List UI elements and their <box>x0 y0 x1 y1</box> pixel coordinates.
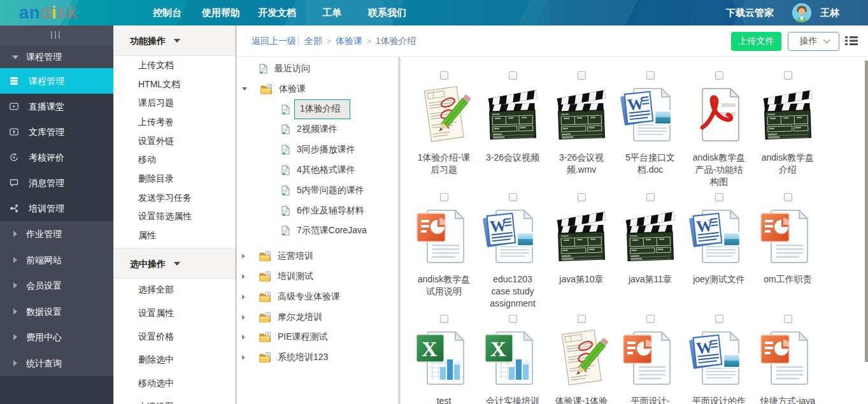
app-logo[interactable]: andisk <box>19 3 78 22</box>
tree-item-11[interactable]: 培训测试 <box>242 267 313 286</box>
download-cloud-agent-link[interactable]: 下载云管家 <box>726 0 774 25</box>
file-checkbox[interactable] <box>509 193 517 201</box>
file-item[interactable]: andisk教学盘介绍 <box>753 71 822 176</box>
file-item[interactable]: java第10章 <box>547 193 616 285</box>
sidebar-group-4[interactable]: 数据设置 <box>0 299 113 325</box>
sidebar-item-6[interactable]: 培训管理 <box>0 196 113 221</box>
file-checkbox[interactable] <box>784 71 792 80</box>
operate-dropdown-button[interactable]: 操作 <box>788 32 839 51</box>
file-checkbox[interactable] <box>578 71 586 80</box>
file-item[interactable]: 3-26会议视频.wmv <box>547 71 616 176</box>
tree-item-7[interactable]: 5内带问题的课件 <box>281 181 364 200</box>
panel-action-移动选中[interactable]: 移动选中 <box>114 372 237 396</box>
file-item[interactable]: Xtest <box>409 315 478 404</box>
file-checkbox[interactable] <box>784 193 792 201</box>
topnav-item-1[interactable]: 控制台 <box>153 0 181 25</box>
sidebar-group-course-mgmt[interactable]: 课程管理 <box>0 46 113 68</box>
sidebar-group-5[interactable]: 费用中心 <box>0 324 113 350</box>
sidebar-item-4[interactable]: 考核评价 <box>0 145 113 170</box>
panel-section-header-2[interactable]: 选中操作 <box>114 248 237 278</box>
sidebar-collapse-toggle[interactable] <box>0 25 113 46</box>
panel-action-发送学习任务[interactable]: 发送学习任务 <box>114 189 237 208</box>
tree-item-6[interactable]: 4其他格式课件 <box>281 161 355 180</box>
tree-item-9[interactable]: 7示范课CoreJava <box>281 221 367 240</box>
file-checkbox[interactable] <box>578 193 586 201</box>
file-checkbox[interactable] <box>440 193 448 201</box>
file-item[interactable]: X会计实操培训 <box>478 315 547 404</box>
tree-item-12[interactable]: 高级专业体验课 <box>242 287 340 307</box>
sidebar-item-3[interactable]: 文库管理 <box>0 119 113 145</box>
file-checkbox[interactable] <box>715 71 723 80</box>
tree-item-2[interactable]: 体验课 <box>242 80 306 99</box>
user-name[interactable]: 王林 <box>820 0 839 25</box>
tree-item-13[interactable]: 摩尔龙培训 <box>242 308 322 327</box>
panel-action-设置筛选属性[interactable]: 设置筛选属性 <box>114 208 237 227</box>
list-view-toggle-icon[interactable] <box>845 36 858 46</box>
file-checkbox[interactable] <box>509 315 517 323</box>
panel-action-上课设置[interactable]: 上课设置 <box>114 395 237 404</box>
file-item[interactable]: 快捷方式-java <box>753 315 822 404</box>
topnav-item-5[interactable]: 联系我们 <box>368 0 406 25</box>
file-checkbox[interactable] <box>440 71 448 80</box>
sidebar-group-3[interactable]: 会员设置 <box>0 273 113 299</box>
scrollbar-thumb[interactable] <box>865 61 868 362</box>
panel-action-设置外链[interactable]: 设置外链 <box>114 132 237 151</box>
tree-item-3[interactable]: 1体验介绍 <box>281 100 350 119</box>
panel-action-移动[interactable]: 移动 <box>114 150 237 170</box>
file-checkbox[interactable] <box>715 315 723 323</box>
panel-action-课后习题[interactable]: 课后习题 <box>114 94 237 113</box>
tree-item-10[interactable]: 运营培训 <box>242 247 313 266</box>
user-avatar[interactable] <box>792 3 811 22</box>
panel-section-header-1[interactable]: 功能操作 <box>114 25 237 56</box>
topnav-item-2[interactable]: 使用帮助 <box>202 0 240 25</box>
file-checkbox[interactable] <box>784 315 792 323</box>
tree-item-1[interactable]: 最近访问 <box>242 59 310 78</box>
breadcrumb-back-link[interactable]: 返回上一级 <box>252 25 296 56</box>
file-item[interactable]: 平面设计- <box>616 315 685 404</box>
file-checkbox[interactable] <box>715 193 723 201</box>
file-item[interactable]: andisk教学盘试用说明 <box>409 193 478 298</box>
sidebar-item-1[interactable]: 课程管理 <box>0 68 113 94</box>
topnav-item-3[interactable]: 开发文档 <box>258 0 296 25</box>
breadcrumb-item-1[interactable]: 全部 <box>304 36 322 46</box>
file-checkbox[interactable] <box>578 315 586 323</box>
breadcrumb-item-2[interactable]: 体验课 <box>336 36 362 46</box>
file-checkbox[interactable] <box>509 71 517 80</box>
panel-action-选择全部[interactable]: 选择全部 <box>114 278 237 302</box>
file-checkbox[interactable] <box>646 71 655 80</box>
sidebar-item-2[interactable]: 直播课堂 <box>0 94 113 119</box>
sidebar-group-1[interactable]: 作业管理 <box>0 221 113 247</box>
file-checkbox[interactable] <box>646 315 655 323</box>
panel-action-上传考卷[interactable]: 上传考卷 <box>114 113 237 132</box>
panel-action-设置属性[interactable]: 设置属性 <box>114 302 237 326</box>
upload-file-button[interactable]: 上传文件 <box>731 32 781 51</box>
panel-action-删除选中[interactable]: 删除选中 <box>114 349 237 372</box>
sidebar-item-5[interactable]: 消息管理 <box>0 170 113 196</box>
file-item[interactable]: W5平台接口文档.doc <box>616 71 685 176</box>
tree-item-15[interactable]: 系统培训123 <box>242 348 328 367</box>
panel-action-删除目录[interactable]: 删除目录 <box>114 170 237 189</box>
tree-item-8[interactable]: 6作业及辅导材料 <box>281 201 364 220</box>
file-item[interactable]: Wjoey测试文件 <box>685 193 753 285</box>
file-checkbox[interactable] <box>440 315 448 323</box>
file-item[interactable]: java第11章 <box>616 193 685 285</box>
file-item[interactable]: W平面设计的作 <box>685 315 753 404</box>
tree-item-14[interactable]: PIE课程测试 <box>242 328 328 347</box>
panel-action-HTML文档[interactable]: HTML文档 <box>114 75 237 94</box>
file-item[interactable]: 体验课-1体验 <box>547 315 616 404</box>
excel-file-icon: X <box>413 328 474 389</box>
sidebar-group-6[interactable]: 统计查询 <box>0 350 113 377</box>
file-item[interactable]: Weduc1203 case study assignment <box>478 193 547 310</box>
file-item[interactable]: 1体验介绍-课后习题 <box>409 71 478 176</box>
file-item[interactable]: 3-26会议视频 <box>478 71 547 164</box>
file-item[interactable]: andisk教学盘产品-功能结构图 <box>685 71 753 188</box>
topnav-item-4[interactable]: 工单 <box>322 0 341 25</box>
file-checkbox[interactable] <box>646 193 655 201</box>
panel-action-上传文档[interactable]: 上传文档 <box>114 56 237 75</box>
panel-action-属性[interactable]: 属性 <box>114 226 237 245</box>
file-item[interactable]: om工作职责 <box>753 193 822 285</box>
panel-action-设置价格[interactable]: 设置价格 <box>114 325 237 349</box>
sidebar-group-2[interactable]: 前端网站 <box>0 247 113 273</box>
tree-item-4[interactable]: 2视频课件 <box>281 120 338 139</box>
tree-item-5[interactable]: 3同步播放课件 <box>281 140 355 159</box>
